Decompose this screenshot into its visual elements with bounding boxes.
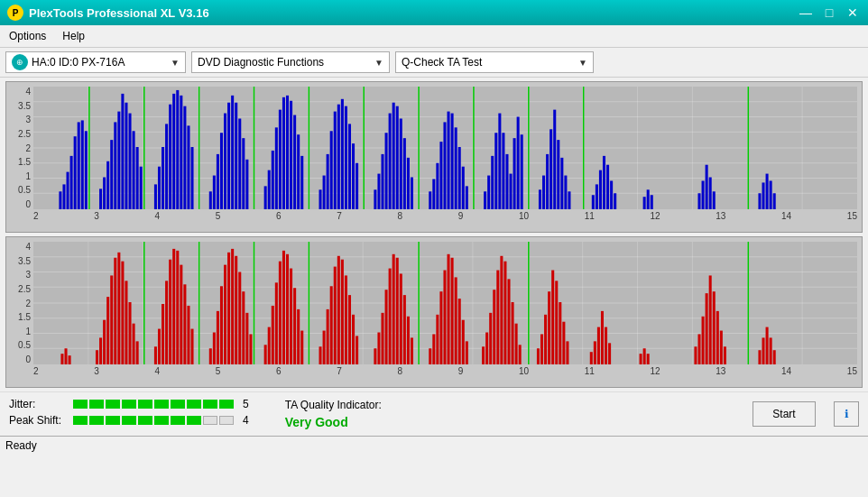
svg-rect-200 [172, 249, 175, 364]
maximize-button[interactable]: □ [821, 5, 837, 21]
svg-rect-60 [227, 103, 230, 209]
svg-rect-298 [702, 317, 705, 364]
svg-rect-48 [172, 94, 175, 209]
peak-seg-1 [73, 416, 88, 425]
start-button[interactable]: Start [753, 401, 816, 427]
svg-rect-59 [224, 114, 226, 209]
jitter-seg-5 [138, 400, 152, 409]
svg-rect-218 [249, 334, 252, 364]
svg-rect-75 [293, 115, 296, 209]
bottom-chart-x-axis: 2 3 4 5 6 7 8 9 10 11 12 13 14 15 [33, 364, 857, 382]
svg-rect-105 [436, 163, 439, 209]
svg-rect-202 [180, 265, 182, 364]
svg-rect-245 [381, 313, 383, 364]
svg-rect-103 [429, 191, 431, 209]
device-arrow: ▼ [171, 58, 180, 68]
svg-rect-80 [323, 176, 326, 209]
menu-help[interactable]: Help [59, 28, 88, 44]
svg-rect-237 [337, 256, 340, 364]
svg-rect-225 [282, 251, 285, 364]
svg-rect-255 [429, 348, 431, 364]
svg-rect-86 [345, 106, 347, 209]
svg-rect-249 [396, 258, 399, 364]
svg-rect-71 [279, 110, 282, 209]
info-button[interactable]: ℹ [834, 401, 859, 427]
svg-rect-88 [352, 143, 355, 209]
svg-rect-133 [560, 158, 563, 209]
svg-rect-82 [330, 131, 333, 209]
svg-rect-308 [766, 327, 769, 364]
svg-rect-144 [643, 197, 646, 209]
svg-rect-280 [544, 315, 547, 364]
status-bar: Ready [0, 436, 868, 454]
svg-rect-234 [327, 309, 329, 364]
jitter-progress [73, 400, 234, 409]
svg-rect-196 [158, 329, 161, 364]
svg-rect-134 [564, 176, 567, 209]
jitter-seg-8 [187, 400, 201, 409]
svg-rect-99 [403, 138, 406, 209]
svg-rect-38 [129, 114, 132, 209]
svg-rect-113 [466, 186, 468, 209]
svg-rect-279 [540, 334, 543, 364]
close-button[interactable]: ✕ [845, 5, 861, 21]
svg-rect-300 [709, 275, 712, 364]
svg-rect-57 [217, 154, 219, 209]
svg-rect-299 [706, 293, 708, 364]
svg-rect-246 [385, 290, 388, 364]
svg-rect-64 [242, 138, 245, 209]
svg-rect-307 [762, 337, 764, 364]
function-select[interactable]: DVD Diagnostic Functions ▼ [191, 51, 390, 73]
svg-rect-190 [125, 281, 127, 364]
svg-rect-223 [275, 282, 278, 364]
svg-rect-191 [129, 302, 132, 364]
svg-rect-217 [245, 313, 248, 364]
svg-rect-186 [110, 275, 113, 364]
minimize-button[interactable]: — [798, 5, 814, 21]
svg-rect-193 [136, 341, 139, 364]
menu-options[interactable]: Options [5, 28, 50, 44]
svg-rect-205 [190, 329, 193, 364]
svg-rect-297 [697, 334, 700, 364]
test-select[interactable]: Q-Check TA Test ▼ [395, 51, 594, 73]
svg-rect-124 [517, 117, 520, 209]
svg-rect-123 [513, 138, 516, 209]
svg-rect-211 [224, 265, 226, 364]
jitter-label: Jitter: [9, 398, 68, 410]
svg-rect-122 [510, 174, 512, 209]
svg-rect-50 [180, 96, 182, 209]
svg-rect-274 [512, 302, 514, 364]
svg-rect-244 [377, 333, 380, 364]
jitter-seg-2 [89, 400, 104, 409]
svg-rect-147 [697, 193, 700, 209]
svg-rect-256 [432, 334, 435, 364]
svg-rect-68 [268, 170, 271, 209]
svg-rect-135 [568, 191, 570, 209]
svg-rect-276 [519, 345, 522, 364]
svg-rect-44 [158, 167, 161, 209]
svg-rect-47 [169, 105, 171, 209]
svg-rect-127 [539, 189, 541, 209]
svg-rect-212 [227, 253, 230, 364]
jitter-seg-6 [154, 400, 169, 409]
svg-rect-247 [389, 269, 392, 364]
svg-rect-155 [766, 174, 769, 209]
svg-rect-53 [190, 147, 193, 209]
window-title: PlexTools Professional XL V3.16 [29, 6, 209, 20]
top-chart-x-axis: 2 3 4 5 6 7 8 9 10 11 12 13 14 15 [33, 209, 857, 227]
title-bar-controls[interactable]: — □ ✕ [798, 5, 861, 21]
jitter-seg-4 [122, 400, 136, 409]
svg-rect-100 [407, 158, 410, 209]
svg-rect-92 [377, 174, 380, 209]
peak-seg-6 [154, 416, 169, 425]
svg-rect-309 [770, 337, 772, 364]
svg-rect-115 [484, 191, 486, 209]
svg-rect-36 [121, 94, 124, 209]
svg-rect-27 [81, 120, 84, 209]
svg-rect-153 [758, 193, 761, 209]
svg-rect-264 [462, 320, 465, 364]
test-label: Q-Check TA Test [402, 56, 482, 69]
device-select[interactable]: ⊕ HA:0 ID:0 PX-716A ▼ [5, 51, 186, 73]
menu-bar: Options Help [0, 25, 868, 48]
svg-rect-55 [209, 191, 212, 209]
